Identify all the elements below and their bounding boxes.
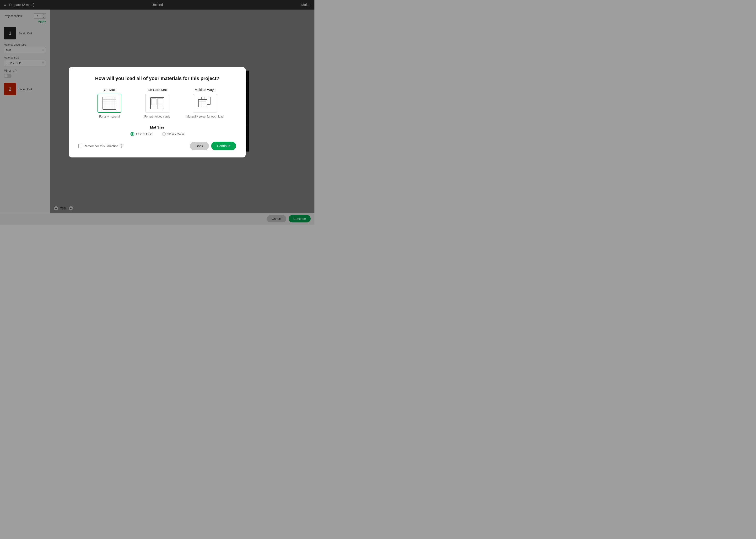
mat-size-section: Mat Size 12 in x 12 in 12 in x 24 in: [78, 125, 236, 136]
load-option-on-mat[interactable]: On Mat: [88, 88, 131, 119]
mat-size-title: Mat Size: [78, 125, 236, 129]
remember-info-icon: i: [120, 144, 123, 148]
on-mat-label: On Mat: [104, 88, 115, 92]
load-option-card-mat[interactable]: On Card Mat For pre-folded cards: [136, 88, 179, 119]
multiple-ways-svg: [197, 96, 213, 111]
continue-button[interactable]: Continue: [211, 142, 236, 150]
mat-size-12x12[interactable]: 12 in x 12 in: [130, 132, 152, 136]
card-mat-icon[interactable]: [145, 94, 169, 113]
load-option-multiple[interactable]: Multiple Ways Manually: [184, 88, 227, 119]
modal-buttons: Back Continue: [190, 142, 236, 150]
remember-checkbox[interactable]: [78, 144, 82, 148]
radio-dot-12x12: [131, 133, 133, 135]
back-button[interactable]: Back: [190, 142, 209, 150]
radio-12x12: [130, 132, 134, 136]
multiple-ways-icon[interactable]: [193, 94, 217, 113]
on-mat-svg: [102, 96, 117, 111]
load-options: On Mat: [78, 88, 236, 119]
card-mat-desc: For pre-folded cards: [144, 115, 170, 119]
modal: How will you load all of your materials …: [69, 67, 246, 158]
svg-rect-15: [158, 99, 163, 105]
mat-size-options: 12 in x 12 in 12 in x 24 in: [78, 132, 236, 136]
remember-label: Remember this Selection: [84, 144, 118, 148]
on-mat-desc: For any material: [99, 115, 120, 119]
remember-row: Remember this Selection i: [78, 144, 123, 148]
modal-title: How will you load all of your materials …: [78, 76, 236, 81]
svg-rect-14: [151, 99, 156, 105]
mat-size-12x24[interactable]: 12 in x 24 in: [162, 132, 184, 136]
radio-12x24: [162, 132, 166, 136]
card-mat-label: On Card Mat: [148, 88, 167, 92]
modal-overlay: How will you load all of your materials …: [0, 0, 314, 225]
mat-size-12x12-label: 12 in x 12 in: [136, 132, 152, 136]
modal-footer: Remember this Selection i Back Continue: [78, 142, 236, 150]
mat-size-12x24-label: 12 in x 24 in: [167, 132, 184, 136]
multiple-ways-label: Multiple Ways: [195, 88, 215, 92]
card-mat-svg: [150, 96, 165, 111]
on-mat-icon[interactable]: [98, 94, 121, 113]
multiple-ways-desc: Manually select for each load: [187, 115, 223, 119]
